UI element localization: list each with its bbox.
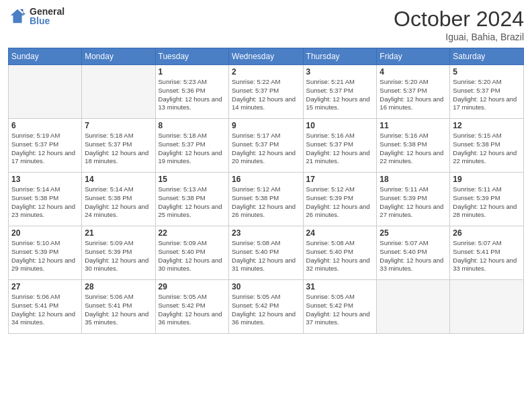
calendar-cell: 22Sunrise: 5:09 AMSunset: 5:40 PMDayligh… [155, 226, 229, 280]
cell-info: Sunrise: 5:18 AMSunset: 5:37 PMDaylight:… [85, 132, 152, 166]
logo-general: General [30, 7, 64, 16]
cell-info: Sunrise: 5:07 AMSunset: 5:41 PMDaylight:… [453, 239, 521, 273]
calendar-cell [450, 280, 524, 334]
cell-info: Sunrise: 5:10 AMSunset: 5:39 PMDaylight:… [11, 239, 79, 273]
day-number: 22 [159, 228, 226, 238]
cell-info: Sunrise: 5:18 AMSunset: 5:37 PMDaylight:… [159, 132, 226, 166]
cell-info: Sunrise: 5:12 AMSunset: 5:38 PMDaylight:… [232, 185, 300, 220]
calendar-cell: 9Sunrise: 5:17 AMSunset: 5:37 PMDaylight… [229, 119, 304, 173]
day-number: 24 [306, 228, 374, 238]
week-row: 20Sunrise: 5:10 AMSunset: 5:39 PMDayligh… [9, 226, 524, 280]
calendar-cell: 12Sunrise: 5:15 AMSunset: 5:38 PMDayligh… [450, 119, 524, 173]
calendar-cell: 18Sunrise: 5:11 AMSunset: 5:39 PMDayligh… [377, 173, 450, 226]
logo-icon [8, 7, 27, 26]
calendar-cell: 16Sunrise: 5:12 AMSunset: 5:38 PMDayligh… [229, 173, 304, 226]
cell-info: Sunrise: 5:16 AMSunset: 5:38 PMDaylight:… [380, 132, 447, 166]
cell-info: Sunrise: 5:11 AMSunset: 5:39 PMDaylight:… [380, 185, 447, 220]
cell-info: Sunrise: 5:16 AMSunset: 5:37 PMDaylight:… [306, 132, 374, 166]
cell-info: Sunrise: 5:14 AMSunset: 5:38 PMDaylight:… [11, 185, 79, 220]
day-number: 27 [11, 282, 79, 291]
day-number: 14 [85, 175, 152, 184]
month-title: October 2024 [394, 7, 524, 32]
calendar-cell: 29Sunrise: 5:05 AMSunset: 5:42 PMDayligh… [155, 280, 229, 334]
day-number: 16 [232, 175, 300, 184]
day-number: 18 [380, 175, 447, 184]
cell-info: Sunrise: 5:20 AMSunset: 5:37 PMDaylight:… [380, 78, 447, 112]
day-number: 29 [159, 282, 226, 291]
week-row: 13Sunrise: 5:14 AMSunset: 5:38 PMDayligh… [9, 173, 524, 226]
day-header: Thursday [303, 48, 377, 65]
logo-blue: Blue [30, 16, 64, 26]
calendar-cell: 8Sunrise: 5:18 AMSunset: 5:37 PMDaylight… [155, 119, 229, 173]
calendar-cell [9, 65, 82, 119]
cell-info: Sunrise: 5:05 AMSunset: 5:42 PMDaylight:… [232, 293, 300, 327]
cell-info: Sunrise: 5:07 AMSunset: 5:40 PMDaylight:… [380, 239, 447, 273]
cell-info: Sunrise: 5:09 AMSunset: 5:39 PMDaylight:… [85, 239, 152, 273]
day-number: 19 [453, 175, 521, 184]
calendar-cell: 4Sunrise: 5:20 AMSunset: 5:37 PMDaylight… [377, 65, 450, 119]
cell-info: Sunrise: 5:11 AMSunset: 5:39 PMDaylight:… [453, 185, 521, 220]
header-row: SundayMondayTuesdayWednesdayThursdayFrid… [9, 48, 524, 65]
day-header: Sunday [9, 48, 82, 65]
day-number: 9 [232, 121, 300, 130]
cell-info: Sunrise: 5:12 AMSunset: 5:39 PMDaylight:… [306, 185, 374, 220]
day-number: 4 [380, 67, 447, 77]
week-row: 27Sunrise: 5:06 AMSunset: 5:41 PMDayligh… [9, 280, 524, 334]
calendar-cell: 24Sunrise: 5:08 AMSunset: 5:40 PMDayligh… [303, 226, 377, 280]
calendar-cell: 15Sunrise: 5:13 AMSunset: 5:38 PMDayligh… [155, 173, 229, 226]
calendar-cell: 26Sunrise: 5:07 AMSunset: 5:41 PMDayligh… [450, 226, 524, 280]
calendar-cell: 10Sunrise: 5:16 AMSunset: 5:37 PMDayligh… [303, 119, 377, 173]
week-row: 1Sunrise: 5:23 AMSunset: 5:36 PMDaylight… [9, 65, 524, 119]
cell-info: Sunrise: 5:21 AMSunset: 5:37 PMDaylight:… [306, 78, 374, 112]
cell-info: Sunrise: 5:13 AMSunset: 5:38 PMDaylight:… [159, 185, 226, 220]
day-number: 26 [453, 228, 521, 238]
day-number: 8 [159, 121, 226, 130]
calendar-cell: 13Sunrise: 5:14 AMSunset: 5:38 PMDayligh… [9, 173, 82, 226]
day-number: 28 [85, 282, 152, 291]
calendar-cell: 11Sunrise: 5:16 AMSunset: 5:38 PMDayligh… [377, 119, 450, 173]
cell-info: Sunrise: 5:08 AMSunset: 5:40 PMDaylight:… [232, 239, 300, 273]
day-number: 6 [11, 121, 79, 130]
cell-info: Sunrise: 5:22 AMSunset: 5:37 PMDaylight:… [232, 78, 300, 112]
calendar-cell [82, 65, 155, 119]
calendar: SundayMondayTuesdayWednesdayThursdayFrid… [8, 48, 524, 334]
calendar-cell: 6Sunrise: 5:19 AMSunset: 5:37 PMDaylight… [9, 119, 82, 173]
day-header: Friday [377, 48, 450, 65]
day-number: 12 [453, 121, 521, 130]
day-number: 21 [85, 228, 152, 238]
calendar-cell: 17Sunrise: 5:12 AMSunset: 5:39 PMDayligh… [303, 173, 377, 226]
cell-info: Sunrise: 5:08 AMSunset: 5:40 PMDaylight:… [306, 239, 374, 273]
logo-text: General Blue [30, 7, 64, 26]
cell-info: Sunrise: 5:19 AMSunset: 5:37 PMDaylight:… [11, 132, 79, 166]
day-number: 2 [232, 67, 300, 77]
header: General Blue October 2024 Iguai, Bahia, … [8, 7, 524, 42]
week-row: 6Sunrise: 5:19 AMSunset: 5:37 PMDaylight… [9, 119, 524, 173]
calendar-cell: 1Sunrise: 5:23 AMSunset: 5:36 PMDaylight… [155, 65, 229, 119]
day-number: 3 [306, 67, 374, 77]
cell-info: Sunrise: 5:05 AMSunset: 5:42 PMDaylight:… [159, 293, 226, 327]
calendar-cell: 23Sunrise: 5:08 AMSunset: 5:40 PMDayligh… [229, 226, 304, 280]
calendar-cell: 20Sunrise: 5:10 AMSunset: 5:39 PMDayligh… [9, 226, 82, 280]
day-number: 1 [159, 67, 226, 77]
cell-info: Sunrise: 5:20 AMSunset: 5:37 PMDaylight:… [453, 78, 521, 112]
title-section: October 2024 Iguai, Bahia, Brazil [394, 7, 524, 42]
svg-marker-0 [11, 9, 25, 24]
calendar-cell [377, 280, 450, 334]
day-number: 23 [232, 228, 300, 238]
day-header: Saturday [450, 48, 524, 65]
day-number: 15 [159, 175, 226, 184]
cell-info: Sunrise: 5:05 AMSunset: 5:42 PMDaylight:… [306, 293, 374, 327]
day-number: 17 [306, 175, 374, 184]
calendar-cell: 27Sunrise: 5:06 AMSunset: 5:41 PMDayligh… [9, 280, 82, 334]
cell-info: Sunrise: 5:17 AMSunset: 5:37 PMDaylight:… [232, 132, 300, 166]
cell-info: Sunrise: 5:23 AMSunset: 5:36 PMDaylight:… [159, 78, 226, 112]
calendar-cell: 2Sunrise: 5:22 AMSunset: 5:37 PMDaylight… [229, 65, 304, 119]
day-number: 7 [85, 121, 152, 130]
calendar-cell: 28Sunrise: 5:06 AMSunset: 5:41 PMDayligh… [82, 280, 155, 334]
calendar-cell: 7Sunrise: 5:18 AMSunset: 5:37 PMDaylight… [82, 119, 155, 173]
day-number: 25 [380, 228, 447, 238]
calendar-cell: 21Sunrise: 5:09 AMSunset: 5:39 PMDayligh… [82, 226, 155, 280]
cell-info: Sunrise: 5:09 AMSunset: 5:40 PMDaylight:… [159, 239, 226, 273]
calendar-cell: 25Sunrise: 5:07 AMSunset: 5:40 PMDayligh… [377, 226, 450, 280]
calendar-cell: 31Sunrise: 5:05 AMSunset: 5:42 PMDayligh… [303, 280, 377, 334]
